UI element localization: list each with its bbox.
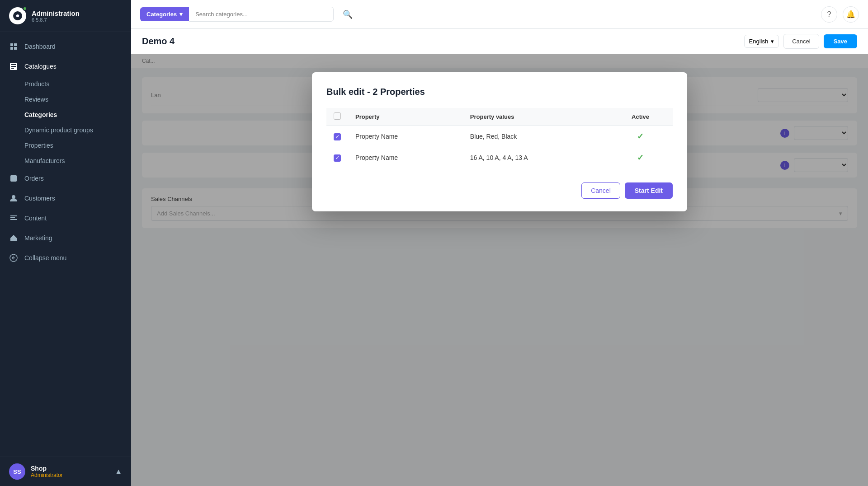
marketing-icon — [9, 234, 18, 243]
app-info: Administration 6.5.8.7 — [32, 9, 80, 23]
sidebar: Administration 6.5.8.7 Dashboard Catalog… — [0, 0, 131, 486]
user-menu-chevron-icon[interactable]: ▲ — [115, 467, 122, 476]
app-name: Administration — [32, 9, 80, 17]
row2-checkbox[interactable]: ✓ — [334, 154, 341, 162]
search-icon[interactable]: 🔍 — [343, 9, 353, 19]
user-info: Shop Administrator — [31, 465, 63, 478]
category-filter-chevron-icon: ▾ — [179, 11, 183, 18]
sidebar-item-marketing[interactable]: Marketing — [0, 228, 131, 248]
modal-title: Bulk edit - 2 Properties — [326, 87, 673, 97]
sidebar-item-categories[interactable]: Categories — [0, 107, 131, 122]
customers-icon — [9, 194, 18, 203]
row1-checkbox-cell: ✓ — [326, 126, 348, 147]
row2-property: Property Name — [348, 147, 463, 168]
modal-overlay: Bulk edit - 2 Properties Property Proper… — [131, 54, 868, 486]
sidebar-item-catalogues[interactable]: Catalogues — [0, 56, 131, 76]
sidebar-item-properties[interactable]: Properties — [0, 138, 131, 153]
svg-point-1 — [16, 14, 19, 17]
help-icon: ? — [827, 10, 831, 19]
modal-cancel-button[interactable]: Cancel — [581, 182, 620, 199]
properties-table: Property Property values Active — [326, 108, 673, 168]
dashboard-icon — [9, 42, 18, 51]
category-filter-button[interactable]: Categories ▾ — [140, 7, 189, 21]
sidebar-item-dynamic-product-groups[interactable]: Dynamic product groups — [0, 122, 131, 138]
property-column-header: Property — [348, 108, 463, 126]
sidebar-footer: SS Shop Administrator ▲ — [0, 457, 131, 486]
collapse-icon — [9, 253, 18, 262]
category-filter-label: Categories — [146, 11, 177, 18]
sidebar-nav: Dashboard Catalogues Products Reviews Ca… — [0, 32, 131, 457]
sidebar-item-customers[interactable]: Customers — [0, 188, 131, 208]
table-row: ✓ Property Name 16 A, 10 A, 4 A, 13 A ✓ — [326, 147, 673, 168]
secondary-bar: Demo 4 English ▾ Cancel Save — [131, 29, 868, 54]
save-button[interactable]: Save — [824, 34, 857, 48]
collapse-label: Collapse menu — [24, 254, 66, 262]
row1-checkbox[interactable]: ✓ — [334, 133, 341, 140]
search-group: Categories ▾ — [140, 7, 334, 22]
active-checkmark-2: ✓ — [637, 153, 644, 162]
bulk-edit-modal: Bulk edit - 2 Properties Property Proper… — [312, 72, 687, 211]
sidebar-item-content-label: Content — [24, 215, 47, 222]
svg-point-3 — [12, 195, 15, 199]
active-checkmark-1: ✓ — [637, 132, 644, 141]
row1-values: Blue, Red, Black — [463, 126, 608, 147]
table-body: ✓ Property Name Blue, Red, Black ✓ ✓ — [326, 126, 673, 168]
sidebar-item-dynamic-product-groups-label: Dynamic product groups — [24, 126, 93, 134]
sidebar-item-manufacturers[interactable]: Manufacturers — [0, 153, 131, 168]
sidebar-item-categories-label: Categories — [24, 111, 57, 118]
main-content: Categories ▾ 🔍 ? 🔔 Demo 4 English ▾ Canc… — [131, 0, 868, 486]
page-actions: English ▾ Cancel Save — [744, 34, 857, 49]
sidebar-item-products[interactable]: Products — [0, 76, 131, 92]
app-logo — [9, 7, 26, 24]
sidebar-item-reviews-label: Reviews — [24, 96, 48, 103]
sidebar-item-dashboard-label: Dashboard — [24, 43, 56, 50]
sidebar-item-collapse[interactable]: Collapse menu — [0, 248, 131, 268]
language-selector[interactable]: English ▾ — [744, 35, 779, 48]
sidebar-item-catalogues-label: Catalogues — [24, 63, 57, 70]
status-dot — [23, 6, 27, 11]
content-icon — [9, 214, 18, 223]
topbar: Categories ▾ 🔍 ? 🔔 — [131, 0, 868, 29]
username: Shop — [31, 465, 63, 472]
row1-property: Property Name — [348, 126, 463, 147]
sidebar-header: Administration 6.5.8.7 — [0, 0, 131, 32]
row2-checkbox-cell: ✓ — [326, 147, 348, 168]
sidebar-item-orders[interactable]: Orders — [0, 168, 131, 188]
row2-values: 16 A, 10 A, 4 A, 13 A — [463, 147, 608, 168]
sidebar-item-dashboard[interactable]: Dashboard — [0, 37, 131, 56]
sidebar-item-reviews[interactable]: Reviews — [0, 92, 131, 107]
catalogues-icon — [9, 62, 18, 71]
row2-active: ✓ — [608, 147, 673, 168]
bell-icon: 🔔 — [846, 10, 855, 19]
select-all-checkbox[interactable] — [334, 112, 341, 120]
sidebar-item-orders-label: Orders — [24, 175, 44, 182]
sidebar-item-manufacturers-label: Manufacturers — [24, 157, 65, 164]
orders-icon — [9, 174, 18, 183]
sidebar-item-marketing-label: Marketing — [24, 234, 52, 242]
avatar: SS — [9, 463, 25, 480]
row1-active: ✓ — [608, 126, 673, 147]
page-title: Demo 4 — [142, 36, 175, 47]
property-values-column-header: Property values — [463, 108, 608, 126]
language-chevron-icon: ▾ — [771, 38, 774, 45]
table-header: Property Property values Active — [326, 108, 673, 126]
table-row: ✓ Property Name Blue, Red, Black ✓ — [326, 126, 673, 147]
cancel-button[interactable]: Cancel — [783, 34, 819, 49]
sidebar-item-content[interactable]: Content — [0, 208, 131, 228]
table-header-row: Property Property values Active — [326, 108, 673, 126]
modal-footer: Cancel Start Edit — [326, 182, 673, 199]
sidebar-item-properties-label: Properties — [24, 142, 53, 149]
select-all-header — [326, 108, 348, 126]
help-button[interactable]: ? — [821, 6, 837, 23]
content-area: Cat... Lan i i — [131, 54, 868, 486]
active-column-header: Active — [608, 108, 673, 126]
svg-rect-2 — [10, 175, 17, 182]
app-version: 6.5.8.7 — [32, 17, 80, 23]
search-input[interactable] — [189, 7, 334, 22]
modal-start-edit-button[interactable]: Start Edit — [625, 182, 673, 199]
sidebar-user: SS Shop Administrator — [9, 463, 63, 480]
sidebar-item-customers-label: Customers — [24, 195, 55, 202]
notifications-button[interactable]: 🔔 — [843, 6, 859, 23]
sidebar-item-products-label: Products — [24, 80, 49, 88]
language-label: English — [749, 38, 769, 45]
